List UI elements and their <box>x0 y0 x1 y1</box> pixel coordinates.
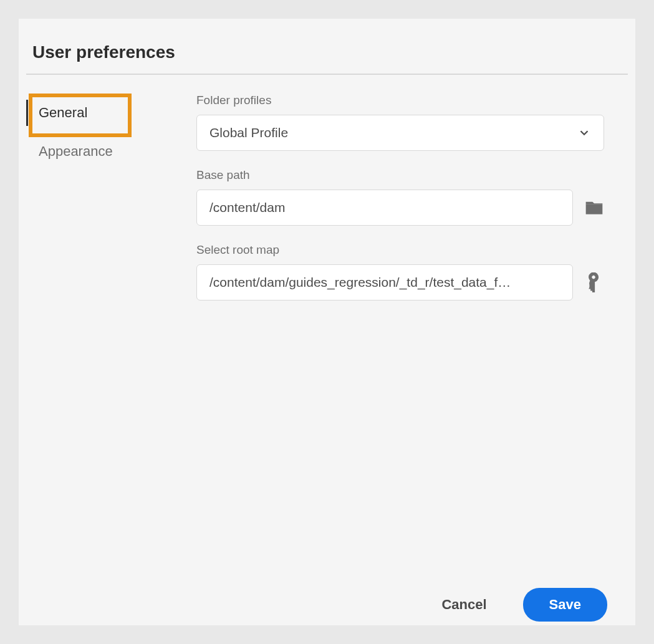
dialog-footer: Cancel Save <box>19 575 635 625</box>
sidebar-item-label: General <box>39 105 87 120</box>
folder-icon[interactable] <box>584 198 604 218</box>
base-path-input[interactable]: /content/dam <box>196 190 573 226</box>
user-preferences-dialog: User preferences General Appearance Fold… <box>19 19 635 625</box>
folder-profiles-label: Folder profiles <box>196 94 604 107</box>
sidebar-item-appearance[interactable]: Appearance <box>26 132 168 171</box>
content-panel: Folder profiles Global Profile Base path… <box>168 94 635 575</box>
dialog-body: General Appearance Folder profiles Globa… <box>19 75 635 575</box>
root-map-input[interactable]: /content/dam/guides_regression/_td_r/tes… <box>196 264 573 300</box>
sidebar-item-general[interactable]: General <box>26 94 168 132</box>
folder-profiles-value: Global Profile <box>209 125 288 140</box>
root-map-field: Select root map /content/dam/guides_regr… <box>196 243 604 300</box>
base-path-field: Base path /content/dam <box>196 168 604 226</box>
sidebar-item-label: Appearance <box>39 143 113 159</box>
cancel-button[interactable]: Cancel <box>436 589 491 620</box>
dialog-title: User preferences <box>32 42 622 62</box>
root-map-value: /content/dam/guides_regression/_td_r/tes… <box>209 275 511 289</box>
dialog-header: User preferences <box>26 19 628 75</box>
chevron-down-icon <box>577 126 591 140</box>
sidebar: General Appearance <box>19 94 168 575</box>
base-path-value: /content/dam <box>209 200 285 214</box>
base-path-label: Base path <box>196 168 604 182</box>
key-icon[interactable] <box>584 272 604 292</box>
save-button[interactable]: Save <box>523 588 607 622</box>
root-map-label: Select root map <box>196 243 604 257</box>
folder-profiles-field: Folder profiles Global Profile <box>196 94 604 151</box>
folder-profiles-select[interactable]: Global Profile <box>196 115 604 151</box>
